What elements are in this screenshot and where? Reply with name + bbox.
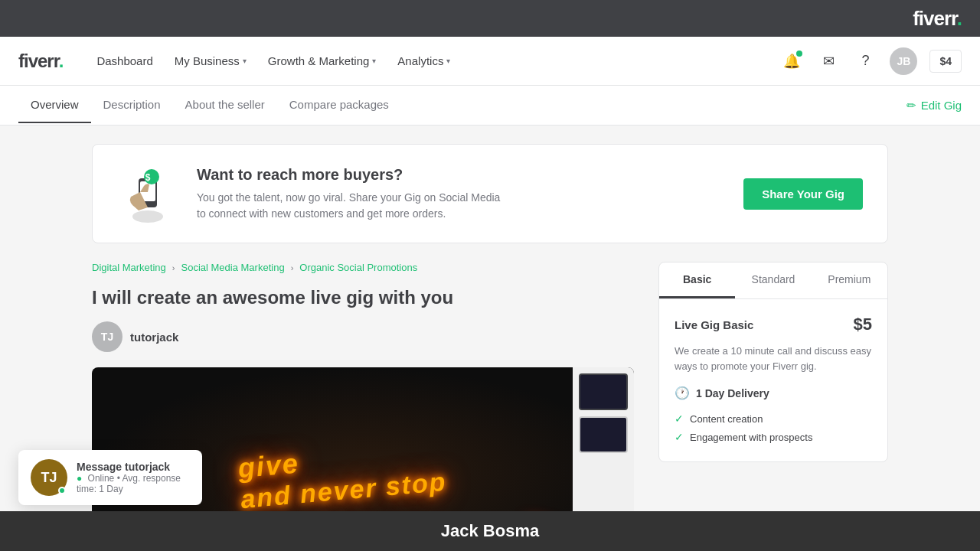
- message-status: ● Online • Avg. response time: 1 Day: [77, 473, 190, 494]
- right-col: Basic Standard Premium Live Gig Basic $5: [658, 262, 888, 462]
- main-layout: Digital Marketing › Social Media Marketi…: [92, 262, 888, 551]
- seller-name[interactable]: tutorjack: [130, 331, 178, 344]
- subnav-item-compare-packages[interactable]: Compare packages: [277, 87, 401, 123]
- svg-text:$: $: [145, 172, 151, 183]
- pricing-tab-premium[interactable]: Premium: [812, 262, 887, 298]
- nav-logo[interactable]: fiverr.: [18, 51, 63, 72]
- nav-item-dashboard[interactable]: Dashboard: [87, 48, 162, 73]
- nav-item-growth[interactable]: Growth & Marketing ▾: [259, 48, 386, 73]
- breadcrumb-item-social[interactable]: Social Media Marketing: [181, 262, 285, 273]
- subnav-item-overview[interactable]: Overview: [18, 87, 91, 123]
- sub-nav: Overview Description About the seller Co…: [0, 86, 980, 126]
- balance-button[interactable]: $4: [929, 50, 962, 73]
- bottom-bar-name: Jack Bosma: [441, 521, 539, 541]
- nav-right: 🔔 ✉ ? JB $4: [779, 47, 962, 75]
- notification-badge: [796, 51, 802, 57]
- promo-banner: $ Want to reach more buyers? You got the…: [92, 144, 888, 243]
- pencil-icon: ✏: [906, 99, 916, 112]
- side-thumb-1[interactable]: [579, 373, 628, 410]
- pricing-tab-basic[interactable]: Basic: [659, 262, 735, 298]
- pricing-description: We create a 10 minute call and discuss e…: [675, 344, 872, 373]
- chevron-down-icon: ▾: [372, 57, 376, 65]
- message-avatar: TJ: [31, 459, 67, 496]
- breadcrumb-separator: ›: [172, 263, 175, 272]
- seller-avatar: TJ: [92, 321, 122, 352]
- chevron-down-icon: ▾: [446, 57, 450, 65]
- nav-item-analytics[interactable]: Analytics ▾: [388, 48, 459, 73]
- pricing-header: Live Gig Basic $5: [675, 315, 872, 334]
- mail-icon[interactable]: ✉: [816, 49, 841, 73]
- message-widget[interactable]: TJ Message tutorjack ● Online • Avg. res…: [18, 450, 202, 505]
- avatar[interactable]: JB: [890, 47, 917, 75]
- check-icon: ✓: [675, 431, 684, 443]
- online-indicator: ●: [77, 473, 82, 484]
- seller-info: TJ tutorjack: [92, 321, 634, 352]
- fiverr-logo-top: fiverr.: [913, 7, 962, 31]
- pricing-tabs: Basic Standard Premium: [659, 262, 887, 299]
- nav-item-mybusiness[interactable]: My Business ▾: [165, 48, 256, 73]
- promo-title: Want to reach more buyers?: [197, 166, 725, 184]
- feature-list: ✓ Content creation ✓ Engagement with pro…: [675, 409, 872, 446]
- message-name: Message tutorjack: [77, 461, 190, 473]
- clock-icon: 🕐: [675, 386, 690, 400]
- top-bar: fiverr.: [0, 0, 980, 37]
- pricing-tab-standard[interactable]: Standard: [735, 262, 811, 298]
- online-dot: [58, 487, 66, 494]
- left-col: Digital Marketing › Social Media Marketi…: [92, 262, 634, 551]
- promo-text: Want to reach more buyers? You got the t…: [197, 166, 725, 222]
- message-info: Message tutorjack ● Online • Avg. respon…: [77, 461, 190, 494]
- pricing-card: Basic Standard Premium Live Gig Basic $5: [658, 262, 888, 462]
- sub-nav-items: Overview Description About the seller Co…: [18, 87, 401, 123]
- pricing-body: Live Gig Basic $5 We create a 10 minute …: [659, 299, 887, 461]
- subnav-item-description[interactable]: Description: [91, 87, 173, 123]
- delivery-info: 🕐 1 Day Delivery: [675, 386, 872, 400]
- pricing-name: Live Gig Basic: [675, 318, 753, 331]
- gig-title: I will create an awesome live gig with y…: [92, 285, 634, 309]
- bottom-bar: Jack Bosma: [0, 511, 980, 551]
- share-gig-button[interactable]: Share Your Gig: [743, 178, 863, 210]
- breadcrumb-separator: ›: [291, 263, 294, 272]
- nav-items: Dashboard My Business ▾ Growth & Marketi…: [87, 48, 779, 73]
- chevron-down-icon: ▾: [243, 57, 247, 65]
- promo-desc: You got the talent, now go viral. Share …: [197, 190, 725, 222]
- edit-gig-button[interactable]: ✏ Edit Gig: [906, 99, 962, 112]
- check-icon: ✓: [675, 412, 684, 425]
- feature-item-2: ✓ Engagement with prospects: [675, 428, 872, 446]
- help-icon[interactable]: ?: [853, 49, 877, 73]
- breadcrumb: Digital Marketing › Social Media Marketi…: [92, 262, 634, 273]
- main-nav: fiverr. Dashboard My Business ▾ Growth &…: [0, 37, 980, 86]
- pricing-price: $5: [854, 315, 872, 334]
- feature-item-1: ✓ Content creation: [675, 409, 872, 428]
- svg-point-0: [132, 210, 163, 223]
- breadcrumb-item-digital[interactable]: Digital Marketing: [92, 262, 166, 273]
- side-thumb-2[interactable]: [579, 416, 628, 453]
- bell-icon[interactable]: 🔔: [779, 49, 804, 73]
- neon-text-prefix: give: [237, 448, 300, 484]
- breadcrumb-item-organic[interactable]: Organic Social Promotions: [299, 262, 417, 273]
- nav-logo-dot: .: [59, 51, 64, 71]
- subnav-item-about-seller[interactable]: About the seller: [173, 87, 277, 123]
- promo-icon: $: [117, 163, 178, 224]
